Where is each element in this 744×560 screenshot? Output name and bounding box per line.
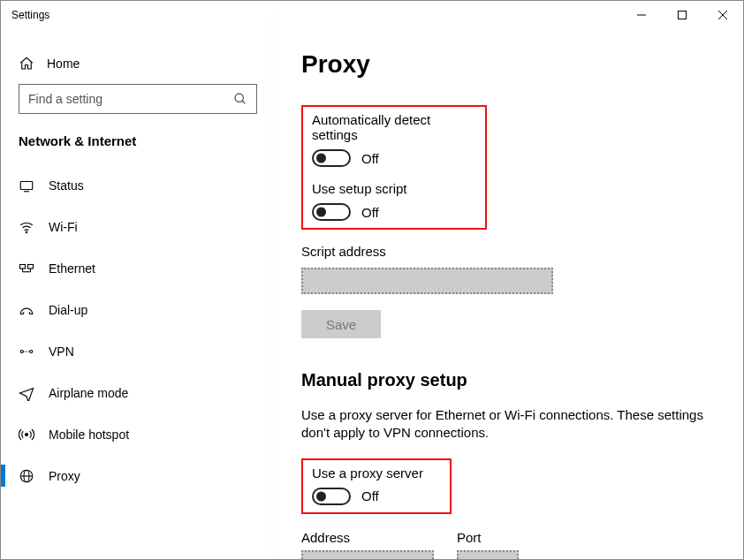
- minimize-button[interactable]: [621, 1, 662, 29]
- address-input: [301, 550, 434, 560]
- proxy-icon: [19, 468, 34, 484]
- script-address-input: [301, 268, 553, 294]
- svg-line-5: [242, 101, 245, 103]
- maximize-button[interactable]: [662, 1, 702, 29]
- window-title: Settings: [11, 9, 49, 21]
- port-input: [457, 550, 519, 560]
- hotspot-icon: [19, 427, 34, 443]
- use-proxy-label: Use a proxy server: [312, 465, 441, 481]
- main-content: Proxy Automatically detect settings Off …: [275, 29, 743, 559]
- titlebar: Settings: [1, 1, 743, 29]
- sidebar-item-label: Status: [49, 178, 84, 193]
- svg-point-8: [26, 231, 27, 233]
- home-icon: [19, 56, 34, 72]
- script-address-label: Script address: [301, 244, 717, 259]
- sidebar-item-label: Airplane mode: [49, 386, 128, 400]
- manual-proxy-desc: Use a proxy server for Ethernet or Wi-Fi…: [301, 406, 708, 443]
- nav-home-label: Home: [47, 57, 80, 71]
- sidebar-item-hotspot[interactable]: Mobile hotspot: [1, 413, 257, 455]
- svg-point-15: [30, 350, 33, 352]
- setup-script-state: Off: [361, 205, 379, 220]
- sidebar-item-label: VPN: [49, 344, 74, 359]
- auto-detect-toggle[interactable]: [312, 149, 351, 167]
- svg-rect-9: [20, 264, 26, 269]
- manual-proxy-heading: Manual proxy setup: [301, 370, 717, 390]
- svg-rect-10: [28, 264, 34, 269]
- sidebar-item-status[interactable]: Status: [1, 164, 257, 206]
- search-box[interactable]: [19, 84, 257, 114]
- search-icon: [233, 92, 247, 106]
- svg-point-14: [20, 350, 23, 352]
- svg-rect-1: [679, 11, 687, 19]
- sidebar-item-label: Proxy: [49, 469, 80, 483]
- svg-rect-6: [20, 181, 33, 189]
- sidebar-item-label: Dial-up: [49, 303, 87, 317]
- search-input[interactable]: [28, 92, 233, 106]
- section-header: Network & Internet: [19, 133, 257, 148]
- highlight-auto-section: Automatically detect settings Off Use se…: [301, 105, 487, 230]
- svg-point-16: [26, 433, 28, 435]
- dialup-icon: [19, 302, 34, 318]
- sidebar-item-wifi[interactable]: Wi-Fi: [1, 206, 257, 247]
- status-icon: [19, 178, 34, 193]
- sidebar-item-ethernet[interactable]: Ethernet: [1, 247, 257, 289]
- highlight-proxy-section: Use a proxy server Off: [301, 458, 452, 514]
- sidebar-item-label: Wi-Fi: [49, 220, 78, 234]
- sidebar-item-proxy[interactable]: Proxy: [1, 455, 257, 496]
- svg-point-4: [235, 94, 243, 102]
- port-label: Port: [457, 530, 519, 545]
- setup-script-label: Use setup script: [312, 181, 476, 196]
- nav-list: Status Wi-Fi Ethernet Dial-up VPN Airpla…: [1, 164, 257, 496]
- vpn-icon: [19, 344, 34, 359]
- sidebar-item-label: Mobile hotspot: [49, 428, 129, 442]
- page-title: Proxy: [301, 50, 717, 79]
- address-label: Address: [301, 530, 434, 545]
- sidebar-item-vpn[interactable]: VPN: [1, 330, 257, 372]
- sidebar: Home Network & Internet Status Wi-Fi Eth…: [1, 29, 275, 559]
- sidebar-item-dialup[interactable]: Dial-up: [1, 289, 257, 330]
- auto-detect-state: Off: [361, 151, 379, 166]
- airplane-icon: [19, 385, 34, 401]
- sidebar-item-label: Ethernet: [49, 261, 95, 276]
- close-button[interactable]: [702, 1, 743, 29]
- ethernet-icon: [19, 261, 34, 276]
- nav-home[interactable]: Home: [19, 47, 257, 84]
- window-controls: [621, 1, 743, 29]
- use-proxy-state: Off: [361, 488, 379, 503]
- auto-detect-label: Automatically detect settings: [312, 112, 476, 142]
- sidebar-item-airplane[interactable]: Airplane mode: [1, 372, 257, 413]
- wifi-icon: [19, 219, 34, 235]
- save-button: Save: [301, 310, 381, 338]
- use-proxy-toggle[interactable]: [312, 488, 351, 505]
- setup-script-toggle[interactable]: [312, 203, 351, 221]
